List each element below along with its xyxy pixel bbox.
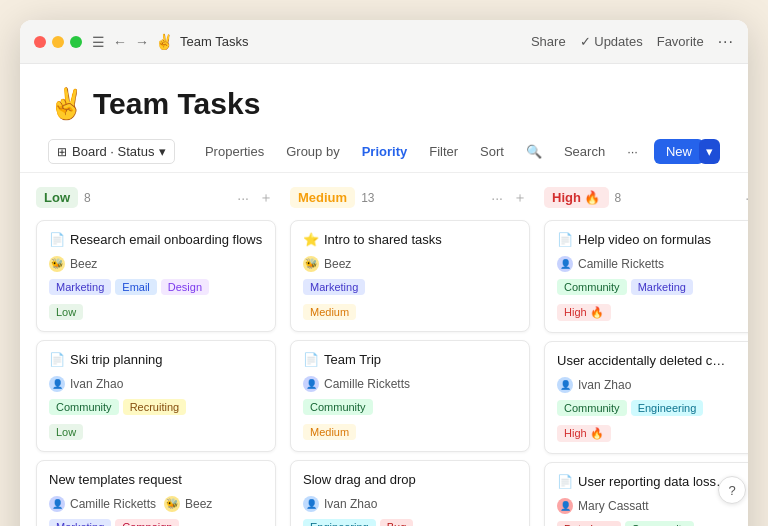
tag-bug: Bug: [380, 519, 414, 526]
card-low-2[interactable]: 📄 Ski trip planning 👤 Ivan Zhao Communit…: [36, 340, 276, 452]
new-button[interactable]: New: [654, 139, 704, 164]
card-med-1[interactable]: ⭐ Intro to shared tasks 🐝 Beez Marketing…: [290, 220, 530, 332]
tag-email: Email: [115, 279, 157, 295]
star-icon: ⭐: [303, 232, 319, 249]
priority-button[interactable]: Priority: [356, 140, 414, 163]
card-med-2[interactable]: 📄 Team Trip 👤 Camille Ricketts Community…: [290, 340, 530, 452]
priority-badge: Low: [49, 304, 83, 320]
board-status-button[interactable]: ⊞ Board · Status ▾: [48, 139, 175, 164]
card-user2: Beez: [185, 497, 212, 511]
forward-button[interactable]: →: [135, 34, 149, 50]
card-user: Mary Cassatt: [578, 499, 649, 513]
card-doc-icon: 📄: [557, 474, 573, 491]
board-area: Low 8 ··· ＋ 📄 Research email onboarding …: [20, 173, 748, 526]
card-doc-icon: 📄: [303, 352, 319, 369]
card-tags: Marketing Email Design: [49, 279, 263, 295]
tag-community: Community: [49, 399, 119, 415]
col-more-low[interactable]: ＋: [256, 189, 276, 207]
avatar: 👤: [557, 377, 573, 393]
column-low: Low 8 ··· ＋ 📄 Research email onboarding …: [36, 187, 276, 526]
close-button[interactable]: [34, 36, 46, 48]
card-high-3[interactable]: 📄 User reporting data loss… 👤 Mary Cassa…: [544, 462, 748, 526]
col-add-medium[interactable]: ＋: [510, 189, 530, 207]
card-meta: 👤 Mary Cassatt: [557, 498, 748, 514]
col-header-high: High 🔥 8 ··· ＋: [544, 187, 748, 208]
card-tags: Marketing Campaign: [49, 519, 263, 526]
tag-community: Community: [557, 279, 627, 295]
card-title: 📄 Team Trip: [303, 352, 517, 369]
column-medium: Medium 13 ··· ＋ ⭐ Intro to shared tasks …: [290, 187, 530, 526]
card-title-text: Help video on formulas: [578, 232, 711, 249]
card-user: Ivan Zhao: [324, 497, 377, 511]
card-user: Ivan Zhao: [70, 377, 123, 391]
properties-button[interactable]: Properties: [199, 140, 270, 163]
col-label-medium: Medium: [290, 187, 355, 208]
tag-campaign: Campaign: [115, 519, 179, 526]
col-count-high: 8: [615, 191, 622, 205]
col-label-low: Low: [36, 187, 78, 208]
avatar: 👤: [49, 376, 65, 392]
col-actions-low: ··· ＋: [234, 189, 276, 207]
card-low-3[interactable]: New templates request 👤 Camille Ricketts…: [36, 460, 276, 526]
card-meta: 🐝 Beez: [303, 256, 517, 272]
card-user: Camille Ricketts: [578, 257, 664, 271]
col-more-medium[interactable]: ···: [488, 189, 506, 207]
priority-badge: Low: [49, 424, 83, 440]
card-meta: 👤 Camille Ricketts: [303, 376, 517, 392]
card-low-1[interactable]: 📄 Research email onboarding flows 🐝 Beez…: [36, 220, 276, 332]
help-button[interactable]: ?: [718, 476, 746, 504]
card-title: 📄 Help video on formulas: [557, 232, 748, 249]
card-title: ⭐ Intro to shared tasks: [303, 232, 517, 249]
card-title-text: User accidentally deleted c…: [557, 353, 725, 370]
tag-community: Community: [557, 400, 627, 416]
col-actions-medium: ··· ＋: [488, 189, 530, 207]
col-header-low: Low 8 ··· ＋: [36, 187, 276, 208]
card-high-2[interactable]: User accidentally deleted c… 👤 Ivan Zhao…: [544, 341, 748, 454]
back-button[interactable]: ←: [113, 34, 127, 50]
toolbar-more-button[interactable]: ···: [621, 140, 644, 163]
avatar: 👤: [557, 498, 573, 514]
tag-marketing: Marketing: [49, 519, 111, 526]
updates-button[interactable]: ✓ Updates: [580, 34, 643, 49]
avatar: 👤: [303, 376, 319, 392]
col-count-medium: 13: [361, 191, 374, 205]
card-tags: Community: [303, 399, 517, 415]
card-title: 📄 Research email onboarding flows: [49, 232, 263, 249]
card-tags: Marketing: [303, 279, 517, 295]
traffic-lights: [34, 36, 82, 48]
search-button[interactable]: Search: [558, 140, 611, 163]
avatar: 🐝: [49, 256, 65, 272]
avatar: 👤: [557, 256, 573, 272]
card-meta: 👤 Camille Ricketts 🐝 Beez: [49, 496, 263, 512]
search-icon[interactable]: 🔍: [520, 140, 548, 163]
new-dropdown-arrow[interactable]: ▾: [699, 139, 720, 164]
more-options-button[interactable]: ···: [718, 33, 734, 51]
tag-data-loss: Data Loss: [557, 521, 621, 526]
group-by-label: Group by: [280, 140, 345, 163]
card-high-1[interactable]: 📄 Help video on formulas 👤 Camille Ricke…: [544, 220, 748, 333]
card-tags: Community Recruiting: [49, 399, 263, 415]
board-arrow-icon: ▾: [159, 144, 166, 159]
menu-icon[interactable]: ☰: [92, 34, 105, 50]
priority-badge: Medium: [303, 304, 356, 320]
col-more-high[interactable]: ···: [742, 189, 748, 207]
share-button[interactable]: Share: [531, 34, 566, 49]
tag-community: Community: [625, 521, 695, 526]
board-label: Board · Status: [72, 144, 154, 159]
card-title-text: New templates request: [49, 472, 182, 489]
tag-marketing: Marketing: [49, 279, 111, 295]
priority-badge: Medium: [303, 424, 356, 440]
filter-button[interactable]: Filter: [423, 140, 464, 163]
maximize-button[interactable]: [70, 36, 82, 48]
avatar: 👤: [303, 496, 319, 512]
card-meta: 👤 Ivan Zhao: [49, 376, 263, 392]
minimize-button[interactable]: [52, 36, 64, 48]
col-add-low[interactable]: ···: [234, 189, 252, 207]
sort-button[interactable]: Sort: [474, 140, 510, 163]
col-label-high: High 🔥: [544, 187, 609, 208]
tag-engineering: Engineering: [631, 400, 704, 416]
new-button-group: New ▾: [654, 139, 720, 164]
favorite-button[interactable]: Favorite: [657, 34, 704, 49]
tag-community: Community: [303, 399, 373, 415]
card-med-3[interactable]: Slow drag and drop 👤 Ivan Zhao Engineeri…: [290, 460, 530, 526]
